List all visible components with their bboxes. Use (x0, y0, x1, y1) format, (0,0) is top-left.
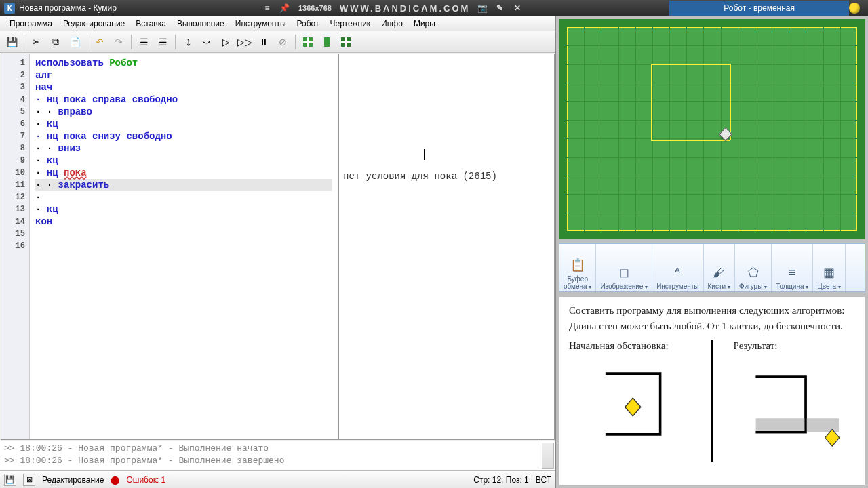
paste-icon[interactable]: 📄 (66, 33, 83, 51)
recorder-topbar: К Новая программа - Кумир ≡ 📌 1366x768 W… (0, 0, 868, 16)
fig1-title: Начальная обстановка: (569, 340, 691, 352)
menu-редактирование[interactable]: Редактирование (58, 17, 130, 30)
indent-icon[interactable]: ☰ (135, 33, 153, 51)
task-line-1: Составить программу для выполнения следу… (569, 305, 855, 317)
fig-initial (569, 356, 691, 464)
line-gutter: 12345678910111213141516 (1, 54, 30, 439)
close-icon[interactable]: ✕ (513, 3, 523, 13)
col-icon[interactable] (318, 33, 336, 51)
paint-ribbon: 📋Буферобмена ▾◻Изображение ▾ᴬИнструменты… (559, 243, 865, 292)
kumir-ide: ПрограммаРедактированиеВставкаВыполнение… (0, 16, 556, 488)
cut-icon[interactable]: ✂ (28, 33, 45, 51)
save-status-icon[interactable]: 💾 (4, 474, 16, 486)
cursor-position: Стр: 12, Поз: 1 (473, 475, 529, 485)
menu-робот[interactable]: Робот (292, 17, 325, 30)
ribbon-Толщина[interactable]: ≡Толщина ▾ (772, 244, 813, 291)
app-icon: К (4, 3, 15, 14)
run-fast-icon[interactable]: ▷▷ (236, 33, 254, 51)
code-text[interactable]: использовать Роботалгнач· нц пока справа… (30, 54, 338, 439)
undo-icon[interactable]: ↶ (91, 33, 108, 51)
menu-выполнение[interactable]: Выполнение (172, 17, 230, 30)
Инструменты-icon: ᴬ (668, 264, 687, 281)
ribbon-Буфер[interactable]: 📋Буферобмена ▾ (559, 244, 596, 291)
resolution-label: 1366x768 (298, 4, 332, 12)
menu-icon[interactable]: ≡ (263, 3, 273, 13)
run-icon[interactable]: ▷ (217, 33, 235, 51)
code-editor[interactable]: 12345678910111213141516 использовать Роб… (1, 54, 339, 439)
svg-rect-1 (755, 418, 838, 432)
menubar: ПрограммаРедактированиеВставкаВыполнение… (0, 16, 555, 31)
menu-инфо[interactable]: Инфо (376, 17, 408, 30)
svg-marker-0 (625, 398, 641, 416)
console-line: >> 18:00:26 - Новая программа* - Выполне… (4, 455, 551, 467)
save-icon[interactable]: 💾 (3, 33, 20, 51)
mode-label: Редактирование (42, 475, 104, 485)
camera-icon[interactable]: 📷 (478, 3, 488, 13)
square-icon[interactable] (337, 33, 355, 51)
menu-вставка[interactable]: Вставка (130, 17, 172, 30)
Кисти-icon: 🖌 (709, 264, 728, 281)
task-line-2: Длина стен может быть любой. От 1 клетки… (569, 321, 855, 332)
window-title: Новая программа - Кумир (19, 3, 117, 13)
right-panel: 📋Буферобмена ▾◻Изображение ▾ᴬИнструменты… (556, 16, 868, 488)
toolbar: 💾 ✂ ⧉ 📄 ↶ ↷ ☰ ☰ ⤵ ⤻ ▷ ▷▷ ⏸ ⊘ (0, 31, 555, 53)
Фигуры-icon: ⬠ (744, 264, 763, 281)
redo-icon[interactable]: ↷ (110, 33, 127, 51)
robot-window-title: Робот - временная (669, 1, 849, 16)
pin-icon[interactable]: 📌 (281, 3, 290, 13)
copy-icon[interactable]: ⧉ (47, 33, 64, 51)
ribbon-Фигуры[interactable]: ⬠Фигуры ▾ (735, 244, 772, 291)
robot-field[interactable] (559, 19, 865, 239)
menu-чертежник[interactable]: Чертежник (325, 17, 376, 30)
grid4-icon[interactable] (299, 33, 317, 51)
step-into-icon[interactable]: ⤵ (179, 33, 197, 51)
fig2-title: Результат: (734, 340, 856, 352)
Буфер-icon: 📋 (568, 256, 587, 274)
error-count: Ошибок: 1 (126, 475, 165, 485)
ribbon-Цвета[interactable]: ▦Цвета ▾ (813, 244, 846, 291)
task-document[interactable]: Составить программу для выполнения следу… (559, 296, 865, 485)
menu-программа[interactable]: Программа (4, 17, 58, 30)
Цвета-icon: ▦ (820, 264, 839, 281)
outdent-icon[interactable]: ☰ (154, 33, 172, 51)
fig-result (734, 356, 856, 464)
close-status-icon[interactable]: ⊠ (23, 474, 35, 486)
fig-divider (711, 340, 713, 462)
stop-icon[interactable]: ⊘ (274, 33, 292, 51)
message-panel[interactable]: нет условия для пока (2615) (339, 54, 554, 439)
Толщина-icon: ≡ (783, 264, 802, 281)
output-console[interactable]: >> 18:00:26 - Новая программа* - Выполне… (0, 441, 555, 470)
console-line: >> 18:00:26 - Новая программа* - Выполне… (4, 443, 551, 455)
menu-миры[interactable]: Миры (408, 17, 441, 30)
bandicam-watermark: WWW.BANDICAM.COM (340, 3, 470, 14)
error-message: нет условия для пока (2615) (343, 171, 550, 182)
step-over-icon[interactable]: ⤻ (198, 33, 216, 51)
ribbon-Изображение[interactable]: ◻Изображение ▾ (596, 244, 652, 291)
minimize-icon[interactable] (849, 3, 860, 14)
status-bar: 💾 ⊠ Редактирование ⬤ Ошибок: 1 Стр: 12, … (0, 470, 555, 488)
ribbon-Инструменты[interactable]: ᴬИнструменты (652, 244, 703, 291)
Изображение-icon: ◻ (614, 264, 633, 281)
pause-icon[interactable]: ⏸ (255, 33, 273, 51)
insert-mode: ВСТ (536, 475, 551, 485)
ribbon-Кисти[interactable]: 🖌Кисти ▾ (704, 244, 735, 291)
edit-icon[interactable]: ✎ (496, 3, 505, 13)
menu-инструменты[interactable]: Инструменты (230, 17, 292, 30)
